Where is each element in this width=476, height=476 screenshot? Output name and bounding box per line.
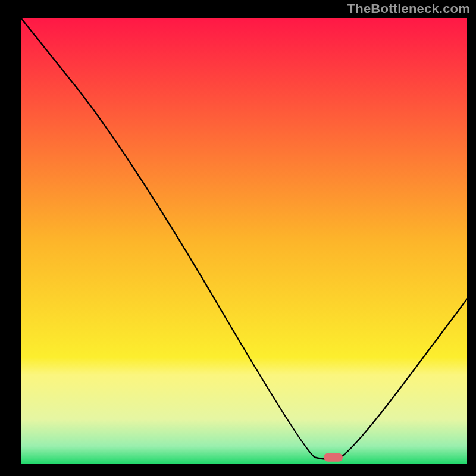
bottleneck-chart: [21, 18, 467, 464]
plot-area: [21, 18, 467, 464]
gradient-background: [21, 18, 467, 464]
watermark-text: TheBottleneck.com: [347, 1, 470, 17]
chart-frame: TheBottleneck.com: [0, 0, 476, 476]
optimum-marker: [324, 453, 343, 462]
